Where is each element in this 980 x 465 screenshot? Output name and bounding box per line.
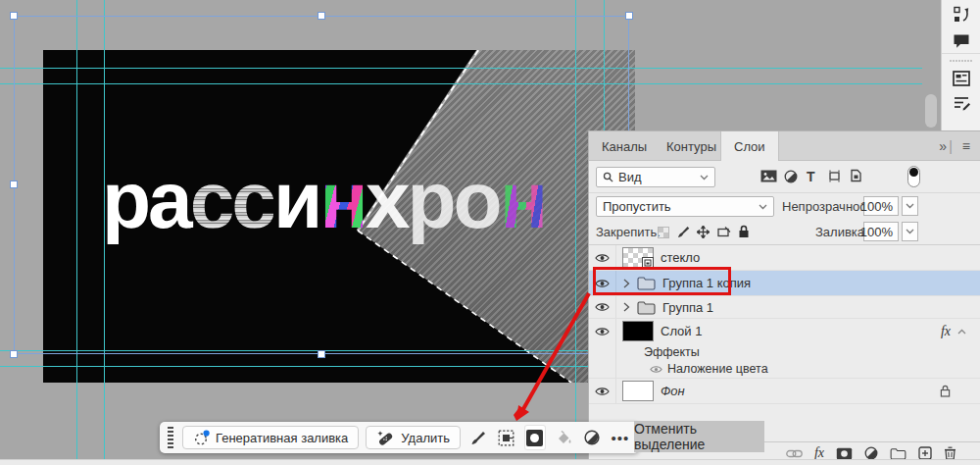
group-disclosure-icon[interactable] — [622, 302, 630, 312]
add-layer-mask-icon[interactable] — [836, 447, 853, 460]
deselect-label: Отменить выделение — [634, 421, 764, 452]
dock-grip-handle[interactable] — [950, 60, 973, 62]
taskbar-drag-handle[interactable] — [168, 427, 173, 448]
filter-kind-shape-icon[interactable] — [827, 170, 842, 185]
generative-fill-icon — [193, 430, 210, 446]
fx-collapse-chevron-icon[interactable] — [957, 329, 966, 335]
lock-label: Закрепить: — [596, 225, 661, 239]
visibility-toggle[interactable] — [589, 319, 616, 343]
layer-row-layer1[interactable]: Слой 1 fx — [589, 319, 980, 343]
transform-handle-bottom-left[interactable] — [10, 350, 18, 358]
transform-handle-top-left[interactable] — [10, 12, 18, 20]
visibility-toggle[interactable] — [589, 296, 616, 318]
link-layers-icon[interactable] — [786, 449, 803, 458]
layer-name: стекло — [661, 250, 700, 265]
lock-row: Закрепить: Заливка: 100% — [589, 220, 980, 245]
lock-transparency-icon[interactable] — [658, 227, 669, 241]
deselect-button[interactable]: Отменить выделение — [634, 421, 764, 452]
window-bottom-strip — [0, 459, 980, 465]
tab-channels[interactable]: Каналы — [589, 131, 660, 161]
fill-selection-button[interactable] — [553, 425, 574, 450]
fill-dropdown-button[interactable] — [902, 222, 918, 241]
filter-kind-smart-object-icon[interactable] — [850, 169, 862, 185]
generative-fill-label: Генеративная заливка — [216, 431, 348, 445]
new-layer-icon[interactable] — [918, 446, 932, 460]
lock-all-icon[interactable] — [738, 225, 750, 241]
layer-thumbnail[interactable] — [622, 381, 654, 401]
panel-tab-bar: Каналы Контуры Слои » | ≡ — [589, 131, 980, 161]
lock-position-icon[interactable] — [697, 226, 710, 241]
eye-icon — [595, 302, 610, 312]
transform-handle-top-right[interactable] — [625, 12, 633, 20]
eye-icon — [595, 253, 610, 263]
opacity-input[interactable]: 100% — [863, 196, 899, 216]
healing-bandage-icon — [376, 430, 395, 446]
layer-name: Слой 1 — [661, 324, 702, 338]
transform-handle-top-center[interactable] — [318, 12, 325, 20]
color-overlay-row[interactable]: Наложение цвета — [589, 360, 980, 378]
invert-selection-button[interactable] — [496, 425, 517, 450]
blend-mode-select[interactable]: Пропустить — [596, 196, 774, 217]
layer-fx-badge[interactable]: fx — [941, 324, 951, 339]
photoshop-workspace: рассинхрон Канал — [0, 0, 980, 465]
transform-bounding-box[interactable] — [14, 16, 629, 354]
select-brush-button[interactable] — [467, 425, 489, 450]
layer-name: Группа 1 — [662, 300, 713, 315]
effects-eye-spacer — [589, 343, 616, 360]
notes-panel-icon[interactable] — [951, 92, 972, 114]
history-panel-icon[interactable] — [951, 4, 972, 26]
delete-layer-icon[interactable] — [944, 446, 956, 460]
new-adjustment-layer-icon[interactable] — [864, 446, 878, 460]
layer-filter-row: Вид T — [589, 161, 980, 193]
new-group-icon[interactable] — [890, 447, 906, 460]
layer-row-background[interactable]: Фон — [589, 378, 980, 404]
filter-kind-type-icon[interactable]: T — [807, 169, 815, 184]
lock-icon — [940, 385, 951, 397]
eye-icon[interactable] — [650, 365, 662, 374]
eye-icon — [595, 387, 610, 396]
delete-label: Удалить — [401, 431, 450, 445]
search-icon — [603, 172, 613, 182]
lock-artboard-icon[interactable] — [716, 227, 731, 241]
effects-row[interactable]: Эффекты — [589, 343, 980, 360]
chevron-down-icon — [700, 175, 709, 181]
panel-collapse-icon[interactable]: » — [939, 138, 945, 154]
layer-row-group1[interactable]: Группа 1 — [589, 296, 980, 319]
filter-kind-adjustment-icon[interactable] — [784, 170, 798, 186]
create-mask-button[interactable] — [524, 425, 546, 450]
layer-filter-search[interactable]: Вид — [596, 167, 715, 187]
tab-layers[interactable]: Слои — [720, 131, 779, 161]
annotation-highlight-rectangle — [593, 267, 731, 295]
fill-value: 100% — [860, 225, 893, 239]
comments-panel-icon[interactable] — [951, 30, 972, 52]
delete-button[interactable]: Удалить — [366, 426, 461, 449]
more-options-button[interactable]: ••• — [610, 425, 631, 450]
panel-header-divider: | — [949, 138, 953, 154]
filter-kind-pixel-icon[interactable] — [760, 170, 777, 185]
opacity-value: 100% — [860, 199, 893, 214]
filter-toggle[interactable] — [907, 166, 920, 187]
mask-icon — [526, 430, 543, 446]
generative-fill-button[interactable]: Генеративная заливка — [182, 426, 359, 449]
layer-thumbnail[interactable] — [622, 321, 654, 341]
canvas-scrollbar-thumb[interactable] — [925, 94, 937, 128]
tab-paths[interactable]: Контуры — [654, 131, 729, 161]
visibility-toggle[interactable] — [589, 379, 616, 403]
panel-menu-icon[interactable]: ≡ — [962, 138, 970, 154]
transform-handle-middle-left[interactable] — [10, 181, 18, 188]
layer-name: Фон — [661, 384, 685, 398]
blend-mode-row: Пропустить Непрозрачность: 100% — [589, 193, 980, 220]
lock-pixels-icon[interactable] — [677, 226, 690, 241]
opacity-dropdown-button[interactable] — [902, 196, 918, 216]
transform-handle-bottom-center[interactable] — [318, 350, 325, 358]
effects-label: Эффекты — [644, 345, 700, 359]
tab-label: Каналы — [602, 139, 647, 154]
layer-thumbnail[interactable] — [622, 247, 654, 268]
layers-panel: Каналы Контуры Слои » | ≡ Вид T — [588, 130, 980, 465]
properties-panel-icon[interactable] — [951, 68, 972, 89]
fill-input[interactable]: 100% — [863, 222, 899, 241]
chevron-down-icon — [906, 203, 914, 209]
filter-search-value: Вид — [618, 170, 642, 184]
adjustment-button[interactable] — [581, 425, 603, 450]
folder-icon — [637, 300, 656, 315]
